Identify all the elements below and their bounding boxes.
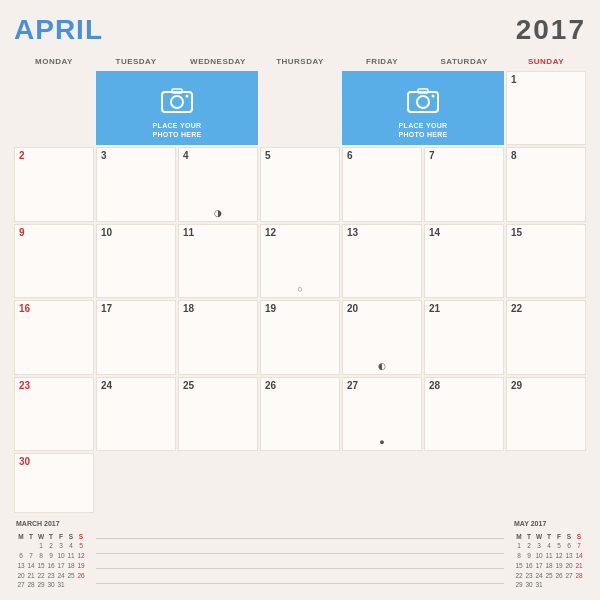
cell-empty-1 [14, 71, 94, 145]
svg-point-1 [171, 96, 183, 108]
cell-14: 14 [424, 224, 504, 298]
day-header-sun: SUNDAY [506, 54, 586, 69]
day-23: 23 [15, 378, 93, 394]
cell-26: 26 [260, 377, 340, 451]
year-title: 2017 [516, 14, 586, 46]
cell-24: 24 [96, 377, 176, 451]
mini-cal-may: MAY 2017 MTWTFSS 1234567 891011121314 15… [514, 519, 584, 590]
photo-text-2: PLACE YOURPHOTO HERE [398, 121, 447, 139]
day-9: 9 [15, 225, 93, 241]
camera-icon-2 [407, 87, 439, 119]
day-30: 30 [15, 454, 93, 470]
mini-march-title: MARCH 2017 [16, 519, 86, 530]
day-19: 19 [261, 301, 339, 317]
cell-3: 3 [96, 147, 176, 221]
day-25: 25 [179, 378, 257, 394]
cell-1: 1 [506, 71, 586, 145]
day-header-fri: FRIDAY [342, 54, 422, 69]
svg-point-7 [432, 95, 435, 98]
cell-16: 16 [14, 300, 94, 374]
mini-may-title: MAY 2017 [514, 519, 584, 530]
cell-17: 17 [96, 300, 176, 374]
day-18: 18 [179, 301, 257, 317]
svg-point-3 [186, 95, 189, 98]
day-21: 21 [425, 301, 503, 317]
cell-5: 5 [260, 147, 340, 221]
day-11: 11 [179, 225, 257, 241]
line-2 [96, 544, 504, 554]
cell-7: 7 [424, 147, 504, 221]
cell-11: 11 [178, 224, 258, 298]
day-26: 26 [261, 378, 339, 394]
day-27: 27 [343, 378, 421, 394]
line-4 [96, 574, 504, 584]
cell-22: 22 [506, 300, 586, 374]
moon-4: ◑ [214, 208, 222, 218]
moon-20: ◐ [378, 361, 386, 371]
day-15: 15 [507, 225, 585, 241]
cell-15: 15 [506, 224, 586, 298]
cell-18: 18 [178, 300, 258, 374]
calendar-header: APRIL 2017 [14, 14, 586, 46]
cell-4: 4 ◑ [178, 147, 258, 221]
cell-21: 21 [424, 300, 504, 374]
day-14: 14 [425, 225, 503, 241]
day-6: 6 [343, 148, 421, 164]
cell-10: 10 [96, 224, 176, 298]
cell-empty-2 [260, 71, 340, 145]
cell-19: 19 [260, 300, 340, 374]
cell-20: 20 ◐ [342, 300, 422, 374]
cell-photo-1: PLACE YOURPHOTO HERE [96, 71, 258, 145]
day-5: 5 [261, 148, 339, 164]
mini-cal-march: MARCH 2017 MTWTFSS 12345 6789101112 1314… [16, 519, 86, 590]
cell-25: 25 [178, 377, 258, 451]
day-16: 16 [15, 301, 93, 317]
day-3: 3 [97, 148, 175, 164]
day-header-wed: WEDNESDAY [178, 54, 258, 69]
day-1: 1 [507, 72, 585, 88]
day-7: 7 [425, 148, 503, 164]
day-28: 28 [425, 378, 503, 394]
day-2: 2 [15, 148, 93, 164]
cell-8: 8 [506, 147, 586, 221]
day-20: 20 [343, 301, 421, 317]
cell-28: 28 [424, 377, 504, 451]
svg-point-5 [417, 96, 429, 108]
day-29: 29 [507, 378, 585, 394]
cell-30: 30 [14, 453, 94, 513]
camera-icon-1 [161, 87, 193, 119]
month-title: APRIL [14, 14, 103, 46]
cell-27: 27 ● [342, 377, 422, 451]
day-12: 12 [261, 225, 339, 241]
cell-9: 9 [14, 224, 94, 298]
line-3 [96, 559, 504, 569]
cell-6: 6 [342, 147, 422, 221]
photo-text-1: PLACE YOURPHOTO HERE [152, 121, 201, 139]
day-22: 22 [507, 301, 585, 317]
day-headers: MONDAY TUESDAY WEDNESDAY THURSDAY FRIDAY… [14, 54, 586, 69]
lines-area [96, 519, 504, 590]
cell-29: 29 [506, 377, 586, 451]
day-24: 24 [97, 378, 175, 394]
calendar-grid: PLACE YOURPHOTO HERE PLACE YOURPHOTO HER… [14, 71, 586, 513]
day-header-mon: MONDAY [14, 54, 94, 69]
cell-photo-2: PLACE YOURPHOTO HERE [342, 71, 504, 145]
cell-12: 12 ○ [260, 224, 340, 298]
cell-13: 13 [342, 224, 422, 298]
cell-2: 2 [14, 147, 94, 221]
day-4: 4 [179, 148, 257, 164]
day-header-sat: SATURDAY [424, 54, 504, 69]
moon-12: ○ [297, 284, 302, 294]
day-header-thu: THURSDAY [260, 54, 340, 69]
day-10: 10 [97, 225, 175, 241]
moon-27: ● [379, 437, 384, 447]
day-header-tue: TUESDAY [96, 54, 176, 69]
day-8: 8 [507, 148, 585, 164]
cell-23: 23 [14, 377, 94, 451]
calendar: APRIL 2017 MONDAY TUESDAY WEDNESDAY THUR… [0, 0, 600, 600]
day-13: 13 [343, 225, 421, 241]
footer: MARCH 2017 MTWTFSS 12345 6789101112 1314… [14, 519, 586, 590]
line-1 [96, 529, 504, 539]
day-17: 17 [97, 301, 175, 317]
